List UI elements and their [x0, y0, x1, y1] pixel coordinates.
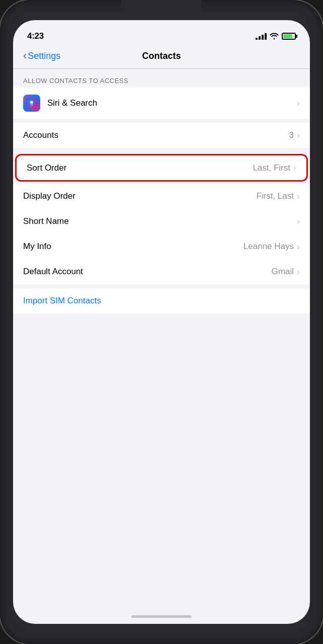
accounts-label: Accounts	[23, 130, 289, 140]
battery-icon	[282, 33, 296, 40]
status-bar: 4:23	[13, 20, 310, 45]
siri-search-item[interactable]: Siri & Search ›	[13, 88, 310, 119]
back-button[interactable]: ‹ Settings	[23, 49, 60, 62]
phone-frame: 4:23	[0, 0, 323, 644]
short-name-chevron: ›	[297, 216, 300, 227]
short-name-item[interactable]: Short Name ›	[13, 209, 310, 234]
separator-3	[13, 284, 310, 288]
allow-access-header: ALLOW CONTACTS TO ACCESS	[13, 69, 310, 88]
display-order-label: Display Order	[23, 191, 256, 201]
accounts-value: 3	[289, 130, 294, 140]
accounts-item[interactable]: Accounts 3 ›	[13, 123, 310, 148]
siri-search-label: Siri & Search	[47, 98, 297, 108]
status-icons	[256, 32, 296, 41]
nav-bar: ‹ Settings Contacts	[13, 45, 310, 68]
content: ALLOW CONTACTS TO ACCESS	[13, 69, 310, 624]
import-sim-item[interactable]: Import SIM Contacts	[13, 288, 310, 313]
my-info-label: My Info	[23, 242, 244, 252]
display-order-item[interactable]: Display Order First, Last ›	[13, 184, 310, 209]
sort-order-label: Sort Order	[27, 163, 253, 173]
separator-2	[13, 148, 310, 152]
page-title: Contacts	[142, 51, 181, 61]
status-time: 4:23	[27, 31, 44, 41]
wifi-icon	[270, 32, 279, 41]
battery-fill	[283, 34, 292, 38]
default-account-label: Default Account	[23, 267, 272, 277]
display-order-value: First, Last	[256, 191, 294, 201]
screen: 4:23	[13, 20, 310, 624]
sort-order-item[interactable]: Sort Order Last, First ›	[15, 154, 308, 182]
settings-group: Sort Order Last, First › Display Order F…	[13, 152, 310, 284]
back-label: Settings	[28, 51, 60, 61]
my-info-chevron: ›	[297, 242, 300, 252]
default-account-chevron: ›	[297, 267, 300, 277]
default-account-value: Gmail	[272, 267, 294, 277]
separator-1	[13, 119, 310, 123]
allow-access-group: Siri & Search ›	[13, 88, 310, 119]
display-order-chevron: ›	[297, 191, 300, 202]
siri-icon	[23, 95, 40, 112]
siri-search-chevron: ›	[297, 98, 300, 109]
import-sim-label: Import SIM Contacts	[23, 296, 101, 306]
svg-point-2	[30, 101, 33, 104]
back-chevron-icon: ‹	[23, 49, 27, 62]
accounts-chevron: ›	[297, 130, 300, 141]
my-info-item[interactable]: My Info Leanne Hays ›	[13, 234, 310, 259]
accounts-group: Accounts 3 ›	[13, 123, 310, 148]
signal-icon	[256, 33, 267, 40]
sort-order-value: Last, First	[253, 163, 290, 173]
home-indicator	[131, 615, 192, 618]
import-sim-group: Import SIM Contacts	[13, 288, 310, 313]
sort-order-chevron: ›	[293, 163, 296, 173]
my-info-value: Leanne Hays	[244, 242, 294, 252]
default-account-item[interactable]: Default Account Gmail ›	[13, 259, 310, 284]
short-name-label: Short Name	[23, 216, 297, 226]
bottom-spacer	[13, 313, 310, 334]
notch	[121, 0, 202, 15]
